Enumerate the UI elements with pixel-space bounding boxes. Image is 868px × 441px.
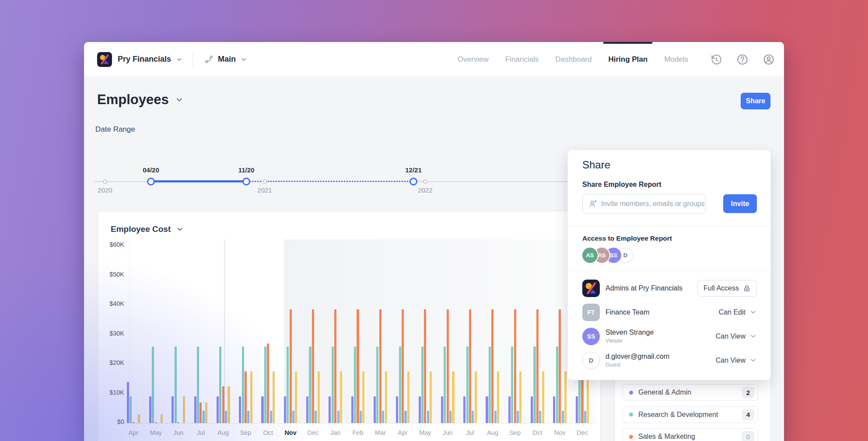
bar — [250, 371, 252, 423]
page-title-dropdown[interactable]: Employees — [97, 92, 184, 108]
bar — [452, 371, 454, 423]
x-axis-label: Nov — [550, 429, 570, 436]
person-plus-icon — [588, 199, 597, 208]
share-report-heading: Share Employee Report — [582, 181, 662, 189]
bar — [318, 371, 320, 423]
category-card-research-development[interactable]: Research & Development4 — [623, 406, 758, 423]
help-icon — [736, 53, 749, 66]
bar — [270, 411, 272, 423]
bar — [177, 422, 179, 423]
invite-input[interactable] — [601, 200, 705, 208]
bar — [559, 309, 561, 423]
history-icon — [710, 54, 722, 66]
bar — [402, 309, 404, 423]
member-permission: Can View — [716, 357, 757, 364]
bar — [290, 309, 292, 423]
bar — [312, 309, 314, 423]
workspace-switcher[interactable]: Pry Financials — [84, 52, 183, 67]
x-axis-label: Oct — [527, 429, 547, 436]
bar — [576, 396, 578, 423]
permission-locked-pill: Full Access — [697, 280, 757, 297]
chart-title-dropdown[interactable]: Employee Cost — [111, 224, 184, 234]
app-window: Pry Financials Main OverviewFinancialsDa… — [84, 42, 784, 441]
bar — [542, 371, 544, 423]
bar — [564, 371, 567, 423]
bar — [517, 411, 519, 423]
category-label: Sales & Marketing — [638, 433, 737, 441]
x-axis-label: Aug — [213, 429, 233, 436]
bar — [222, 386, 224, 423]
bar — [228, 386, 230, 423]
header-divider — [192, 52, 193, 67]
nav-item-models[interactable]: Models — [656, 42, 696, 77]
bar — [427, 411, 429, 423]
bar — [239, 396, 241, 423]
bar-chart: $60K$50K$40K$30K$20K$10K$0AprMayJunJulAu… — [98, 211, 601, 441]
invite-button[interactable]: Invite — [723, 194, 757, 213]
member-info: Admins at Pry Financials — [606, 284, 682, 292]
history-button[interactable] — [709, 52, 724, 67]
branch-switcher[interactable]: Main — [204, 55, 247, 64]
bar — [396, 396, 398, 423]
bar — [225, 411, 227, 423]
main-nav: OverviewFinancialsDashboardHiring PlanMo… — [449, 42, 696, 77]
bar — [152, 346, 154, 424]
bar — [337, 411, 340, 423]
date-range-label: Date Range — [95, 125, 135, 134]
permission-dropdown[interactable]: Can Edit — [719, 308, 757, 316]
bar — [444, 346, 446, 424]
access-heading: Access to Employee Report — [582, 234, 672, 242]
member-name: Admins at Pry Financials — [606, 284, 682, 292]
bar — [340, 371, 342, 423]
share-popover: Share Share Employee Report Invite Acces… — [567, 150, 771, 380]
bar — [360, 411, 362, 423]
category-card-sales-marketing[interactable]: Sales & Marketing0 — [623, 428, 758, 441]
top-navigation-bar: Pry Financials Main OverviewFinancialsDa… — [84, 42, 784, 77]
bar — [247, 411, 249, 423]
bar — [519, 371, 522, 423]
member-avatar — [582, 280, 600, 297]
bar — [514, 309, 516, 423]
git-branch-icon — [204, 55, 214, 64]
account-button[interactable] — [761, 52, 776, 67]
bar — [466, 346, 469, 424]
bar — [463, 396, 466, 423]
avatar-as: AS — [582, 248, 598, 263]
permission-dropdown[interactable]: Can View — [716, 357, 757, 364]
category-color-dot — [629, 413, 633, 416]
x-axis-label: Apr — [393, 429, 413, 436]
x-axis-label: May — [415, 429, 435, 436]
bar — [172, 396, 174, 423]
bar — [497, 371, 499, 423]
x-axis-label: Jul — [460, 429, 480, 436]
member-role: Viewer — [606, 337, 654, 344]
bar — [508, 396, 511, 423]
bar — [287, 346, 289, 424]
x-axis-label: Jun — [438, 429, 458, 436]
share-button[interactable]: Share — [741, 93, 770, 109]
x-axis-line — [130, 423, 596, 424]
help-button[interactable] — [735, 52, 750, 67]
x-axis-label: Apr — [123, 429, 144, 436]
member-role: Guest — [606, 361, 669, 368]
y-axis-label: $30K — [98, 330, 124, 337]
slider-year-label: 2021 — [257, 186, 272, 194]
slider-handle[interactable] — [147, 178, 155, 186]
bar — [562, 411, 564, 423]
permission-dropdown[interactable]: Can View — [716, 332, 757, 340]
member-row-steven-strange: SSSteven StrangeViewerCan View — [568, 324, 771, 348]
bar — [175, 346, 177, 424]
slider-handle[interactable] — [410, 178, 417, 186]
category-label: General & Admin — [638, 388, 737, 396]
bar — [469, 309, 471, 423]
member-avatar: SS — [582, 328, 600, 345]
bar — [261, 396, 263, 423]
slider-handle[interactable] — [242, 178, 250, 186]
category-card-general-admin[interactable]: General & Admin2 — [623, 384, 758, 401]
bar — [475, 371, 477, 423]
nav-item-financials[interactable]: Financials — [497, 42, 547, 77]
member-name: Finance Team — [606, 308, 649, 316]
nav-item-overview[interactable]: Overview — [449, 42, 497, 77]
nav-item-hiring-plan[interactable]: Hiring Plan — [600, 42, 656, 77]
nav-item-dashboard[interactable]: Dashboard — [547, 42, 600, 77]
